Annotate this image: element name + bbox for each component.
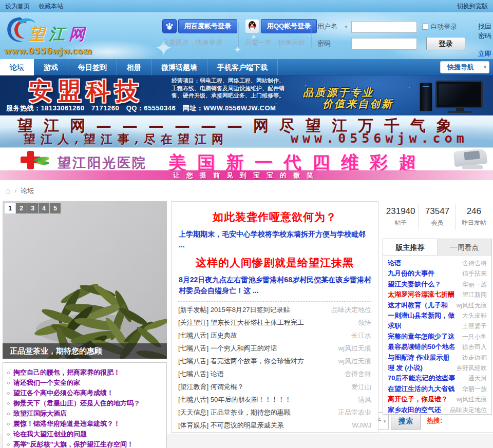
image-carousel[interactable]: 12345	[3, 201, 167, 359]
username-dropdown-icon[interactable]: ▼	[344, 25, 348, 29]
table-row[interactable]: [七嘴八舌] 50年后的朋友圈！！！！！清风	[178, 393, 371, 406]
sidebar-link: 70后不能忘记的这些事	[388, 373, 455, 383]
favorite-link[interactable]: 收藏本站	[39, 3, 63, 10]
post-title: [体育娱乐] 不可思议的明星亲戚关系	[178, 419, 284, 432]
post-author: 领悟	[358, 316, 371, 329]
list-item[interactable]: 这才叫教育（儿子和wj风过无痕	[388, 300, 487, 310]
list-item[interactable]: 太湖罗河谷漂流七折酬望江新闻	[388, 289, 487, 300]
list-item[interactable]: 与图配诗 作业展示册边走边唱	[388, 353, 487, 363]
quick-nav-label: 快捷导航	[441, 62, 481, 73]
list-item[interactable]: 最容易读错的50个地名徐步而入	[388, 342, 487, 352]
list-item[interactable]: 求职土匪婆子	[388, 321, 487, 331]
left-link-4[interactable]: 致望江国际大酒店	[13, 409, 67, 418]
list-item: 掏空自己的腰包，把商家养的很肥！	[7, 367, 162, 378]
stat-1[interactable]: 73547会员	[419, 204, 456, 230]
table-row[interactable]: [七嘴八舌] 历史典故长江水	[178, 329, 371, 342]
chevron-down-icon[interactable]: ▼	[481, 62, 489, 73]
auto-login-label[interactable]: 自动登录	[430, 22, 457, 31]
password-input[interactable]	[351, 38, 417, 50]
table-row[interactable]: [七嘴八舌] 看完这两个故事，你会珍惜对方wj风过无痕	[178, 355, 371, 367]
list-item[interactable]: 九月份的大事件信手拈来	[388, 268, 487, 279]
topbar-right: 切换到宽版	[457, 2, 488, 11]
computer-monitor-graphic	[435, 81, 483, 108]
carousel-page-4[interactable]: 4	[39, 203, 49, 213]
featured-title[interactable]: 如此装聋作哑意欲何为？	[178, 210, 371, 224]
table-row[interactable]: [望江教育] 何谓党棍？爱江山	[178, 380, 371, 393]
left-link-3[interactable]: 御景天下（君皇山庄）还是人住的地方吗？	[13, 399, 140, 408]
recommend-list: 论语舍得舍得九月份的大事件信手拈来望江夫妻缺什么？华丽一族太湖罗河谷漂流七折酬望…	[383, 256, 491, 415]
list-item[interactable]: 论语舍得舍得	[388, 258, 487, 268]
breadcrumb-current[interactable]: 论坛	[21, 186, 34, 196]
list-item[interactable]: 离开位子，你是谁？wj风过无痕	[388, 394, 487, 404]
list-item[interactable]: 望江夫妻缺什么？华丽一族	[388, 279, 487, 289]
login-button[interactable]: 登录	[426, 37, 465, 50]
wjw-slogan-url: www.0556wjw.com	[291, 131, 468, 146]
post-author: 清风	[358, 393, 371, 406]
bullet-icon	[7, 423, 10, 425]
baidu-login-button[interactable]: 用百度帐号登录	[178, 19, 237, 33]
nav-tab-1[interactable]: 游戏	[34, 59, 68, 75]
carousel-page-1[interactable]: 1	[5, 203, 15, 213]
tab-0[interactable]: 版主推荐	[383, 239, 438, 255]
left-link-0[interactable]: 掏空自己的腰包，把商家养的很肥！	[13, 368, 120, 377]
sidebar-link: 望江夫妻缺什么？	[388, 279, 441, 289]
carousel-page-2[interactable]: 2	[16, 203, 27, 213]
featured-excerpt[interactable]: 8月22日夜九点左右雷池乡雷港村68岁村民倪某在该乡雷港村村委员会自缢身亡！这 …	[179, 275, 371, 296]
list-item[interactable]: 家乡农田的空气还品味决定地位	[388, 405, 487, 415]
post-author: 长江水	[351, 329, 371, 342]
stat-2[interactable]: 246昨日发帖	[456, 204, 492, 230]
sidebar-link: 一则潜山县老新闻，做	[388, 310, 454, 321]
table-row[interactable]: [体育娱乐] 不可思议的明星亲戚关系WJWJ	[178, 419, 371, 432]
site-url: www.0556wjw.com	[4, 46, 92, 56]
carousel-caption[interactable]: 正品堂茶业，期待您的惠顾	[3, 343, 167, 359]
list-item: 御景天下（君皇山庄）还是人住的地方吗？	[7, 398, 162, 408]
sidebar-link: 最容易读错的50个地名	[388, 342, 455, 352]
post-author: 爱江山	[351, 380, 371, 393]
qq-login-caption: 只需一步，快速开始	[245, 38, 317, 47]
nav-tab-3[interactable]: 相册	[117, 59, 151, 75]
left-link-1[interactable]: 请还我们一个安全的家	[13, 378, 80, 387]
table-row[interactable]: [七嘴八舌] 一个穷人和阎王的对话wj风过无痕	[178, 342, 371, 355]
list-item: 请还我们一个安全的家	[7, 378, 162, 388]
left-link-2[interactable]: 望江各个高中必须公布高考成绩！	[13, 388, 113, 398]
site-logo[interactable]: 望江网 www.0556wjw.com	[3, 13, 111, 59]
switch-wide-link[interactable]: 切换到宽版	[457, 3, 488, 10]
list-item[interactable]: 在望江生活的九大省钱华丽一族	[388, 384, 487, 394]
home-icon[interactable]: ⌂	[5, 186, 10, 196]
left-link-5[interactable]: 震惊！锦港华府难道是违章建筑？！	[13, 419, 120, 428]
find-password-link[interactable]: 找回密码	[478, 22, 492, 41]
carousel-page-5[interactable]: 5	[50, 203, 61, 213]
qq-login-button[interactable]: 用QQ帐号登录	[261, 19, 317, 33]
sidebar-author: 华丽一族	[462, 384, 487, 394]
list-item[interactable]: 70后不能忘记的这些事通天河	[388, 373, 487, 383]
table-row[interactable]: [七嘴八舌] 论语舍得舍得	[178, 367, 371, 380]
left-link-7[interactable]: 高举“反彭核”大旗，保护望江生存空间！	[13, 440, 134, 448]
post-title: [天天信息] 正品堂茶业，期待您的惠顾	[178, 406, 291, 419]
topbar-left: 设为首页 收藏本站	[5, 2, 70, 11]
ad-banner-wjw-slogan[interactable]: 望江网——————网尽望江万千气象 望江人,望江事,尽在望江网 www.0556…	[0, 115, 493, 147]
username-input[interactable]	[351, 21, 417, 33]
ad-banner-anmeng[interactable]: 安盟科技 经营项目：弱电工程、网络工程、网站制作、工程布线、电脑销售及周边设施维…	[0, 75, 493, 115]
stat-0[interactable]: 231940帖子	[383, 204, 419, 230]
auto-login-checkbox[interactable]	[422, 24, 428, 30]
list-item[interactable]: 完整的童年怎能少了这一只小鱼	[388, 332, 487, 342]
nav-tab-0[interactable]: 论坛	[0, 59, 34, 75]
quick-nav-button[interactable]: 快捷导航 ▼	[440, 61, 489, 73]
set-home-link[interactable]: 设为首页	[5, 3, 30, 10]
stat-label: 帖子	[383, 219, 419, 227]
nav-tab-2[interactable]: 每日签到	[68, 59, 117, 75]
hot-search-link[interactable]: 热搜:	[427, 416, 442, 425]
list-item[interactable]: 理 发 (小说)乡野风轻吹	[388, 363, 487, 373]
list-item[interactable]: 一则潜山县老新闻，做大头皮鞋	[388, 310, 487, 321]
tab-1[interactable]: 一周看点	[438, 239, 491, 255]
featured-title[interactable]: 这样的人间惨剧就是给望江抹黑	[178, 256, 371, 270]
table-row[interactable]: [新手发帖] 2015年8月27日签到记录贴品味决定地位	[178, 303, 371, 316]
nav-tab-4[interactable]: 微博话题墙	[151, 59, 207, 75]
table-row[interactable]: [天天信息] 正品堂茶业，期待您的惠顾正品堂农业	[178, 406, 371, 419]
left-link-6[interactable]: 论在我大望江创业的问题	[13, 430, 87, 439]
ad-banner-hospital[interactable]: 望江阳光医院 美国新一代四维彩超 让您提前见到宝宝的微笑	[0, 147, 493, 180]
featured-excerpt[interactable]: 上学期期末，毛安中心学校将学校东墙拆开方便与学校毗邻 ...	[179, 229, 371, 250]
carousel-page-3[interactable]: 3	[27, 203, 38, 213]
table-row[interactable]: [关注望江] 望东长江大桥塔柱主体工程完工领悟	[178, 316, 371, 329]
nav-tab-5[interactable]: 手机客户端下载	[207, 59, 278, 75]
